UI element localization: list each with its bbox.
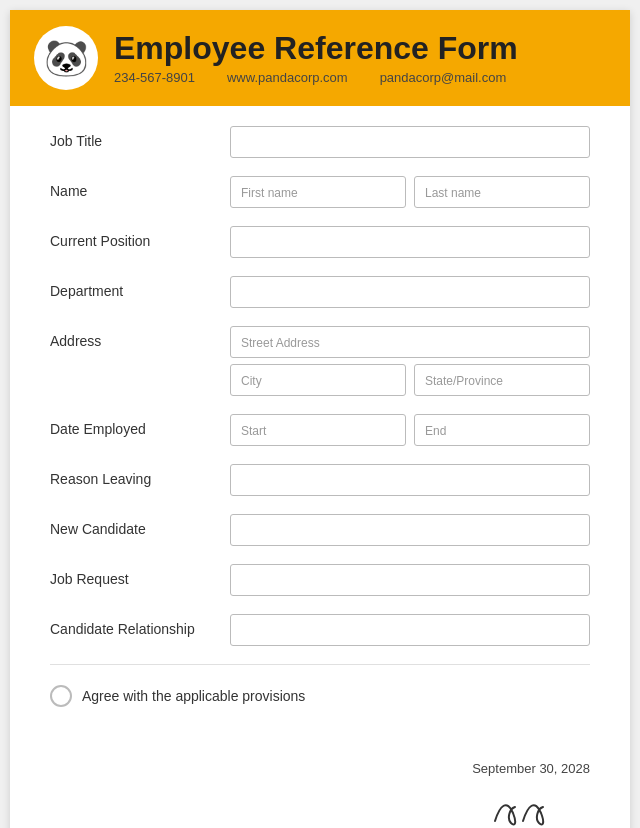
row-job-request: Job Request xyxy=(50,564,590,596)
row-new-candidate: New Candidate xyxy=(50,514,590,546)
website: www.pandacorp.com xyxy=(227,70,348,85)
input-job-request[interactable] xyxy=(230,564,590,596)
agree-checkbox[interactable] xyxy=(50,685,72,707)
label-name: Name xyxy=(50,176,230,199)
fields-candidate-relationship xyxy=(230,614,590,646)
label-address: Address xyxy=(50,326,230,349)
input-last-name[interactable] xyxy=(414,176,590,208)
row-address: Address xyxy=(50,326,590,396)
signature-section: September 30, 2028 Irfan Escobar xyxy=(10,761,630,828)
input-street-address[interactable] xyxy=(230,326,590,358)
input-reason-leaving[interactable] xyxy=(230,464,590,496)
label-job-title: Job Title xyxy=(50,126,230,149)
row-reason-leaving: Reason Leaving xyxy=(50,464,590,496)
fields-job-request xyxy=(230,564,590,596)
input-current-position[interactable] xyxy=(230,226,590,258)
row-department: Department xyxy=(50,276,590,308)
header-right: Employee Reference Form 234-567-8901 www… xyxy=(114,31,606,85)
header: 🐼 Employee Reference Form 234-567-8901 w… xyxy=(10,10,630,106)
input-department[interactable] xyxy=(230,276,590,308)
signature-svg xyxy=(485,785,585,829)
panda-icon: 🐼 xyxy=(44,37,89,79)
input-state-province[interactable] xyxy=(414,364,590,396)
fields-date-employed xyxy=(230,414,590,446)
label-department: Department xyxy=(50,276,230,299)
input-date-end[interactable] xyxy=(414,414,590,446)
checkbox-row: Agree with the applicable provisions xyxy=(50,685,590,707)
label-date-employed: Date Employed xyxy=(50,414,230,437)
input-candidate-relationship[interactable] xyxy=(230,614,590,646)
label-current-position: Current Position xyxy=(50,226,230,249)
email: pandacorp@mail.com xyxy=(380,70,507,85)
row-current-position: Current Position xyxy=(50,226,590,258)
input-date-start[interactable] xyxy=(230,414,406,446)
fields-current-position xyxy=(230,226,590,258)
address-row2 xyxy=(230,364,590,396)
fields-reason-leaving xyxy=(230,464,590,496)
fields-job-title xyxy=(230,126,590,158)
logo: 🐼 xyxy=(34,26,98,90)
label-new-candidate: New Candidate xyxy=(50,514,230,537)
label-reason-leaving: Reason Leaving xyxy=(50,464,230,487)
header-contact: 234-567-8901 www.pandacorp.com pandacorp… xyxy=(114,70,606,85)
input-new-candidate[interactable] xyxy=(230,514,590,546)
phone: 234-567-8901 xyxy=(114,70,195,85)
page: 🐼 Employee Reference Form 234-567-8901 w… xyxy=(10,10,630,828)
row-name: Name xyxy=(50,176,590,208)
label-candidate-relationship: Candidate Relationship xyxy=(50,614,230,637)
name-field-row xyxy=(230,176,590,208)
row-candidate-relationship: Candidate Relationship xyxy=(50,614,590,646)
label-job-request: Job Request xyxy=(50,564,230,587)
fields-department xyxy=(230,276,590,308)
form-title: Employee Reference Form xyxy=(114,31,606,66)
input-job-title[interactable] xyxy=(230,126,590,158)
fields-address xyxy=(230,326,590,396)
input-city[interactable] xyxy=(230,364,406,396)
date-field-row xyxy=(230,414,590,446)
row-job-title: Job Title xyxy=(50,126,590,158)
row-date-employed: Date Employed xyxy=(50,414,590,446)
fields-new-candidate xyxy=(230,514,590,546)
fields-name xyxy=(230,176,590,208)
input-first-name[interactable] xyxy=(230,176,406,208)
form-body: Job Title Name Current Position De xyxy=(10,106,630,761)
signature-date: September 30, 2028 xyxy=(472,761,590,776)
agree-label: Agree with the applicable provisions xyxy=(82,688,305,704)
divider xyxy=(50,664,590,665)
signature-image xyxy=(480,782,590,828)
